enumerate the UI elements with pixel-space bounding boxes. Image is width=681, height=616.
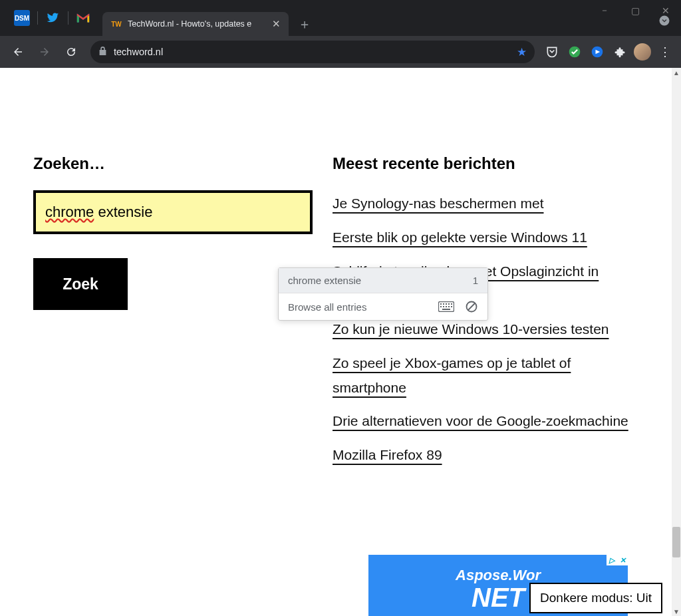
- post-link[interactable]: Je Synology-nas beschermen met: [333, 196, 544, 211]
- blue-extension-icon[interactable]: [588, 43, 607, 61]
- browser-toolbar: techword.nl ★ ⋮: [0, 36, 681, 68]
- dark-mode-label: Donkere modus:: [540, 591, 632, 605]
- pinned-tabs: DSM: [0, 0, 98, 36]
- list-item: Mozilla Firefox 89: [333, 443, 638, 468]
- profile-avatar[interactable]: [633, 43, 652, 61]
- autofill-suggestion[interactable]: chrome extensie 1: [279, 268, 487, 293]
- avatar-image: [634, 43, 651, 61]
- browser-titlebar: － ▢ ✕ DSM TW TechWord.nl - Howto's, upda…: [0, 0, 681, 36]
- pinned-tab-gmail[interactable]: [68, 6, 98, 30]
- url-text: techword.nl: [114, 47, 510, 57]
- tab-title: TechWord.nl - Howto's, updates e: [128, 19, 267, 29]
- active-tab[interactable]: TW TechWord.nl - Howto's, updates e ✕: [102, 12, 289, 36]
- dark-mode-state: Uit: [636, 591, 652, 605]
- svg-rect-5: [443, 303, 444, 305]
- list-item: Eerste blik op gelekte versie Windows 11: [333, 226, 638, 250]
- address-bar[interactable]: techword.nl ★: [90, 41, 535, 63]
- lock-icon: [98, 46, 107, 58]
- post-link[interactable]: Eerste blik op gelekte versie Windows 11: [333, 230, 587, 245]
- list-item: Je Synology-nas beschermen met: [333, 192, 638, 216]
- post-link[interactable]: Zo speel je Xbox-games op je tablet of s…: [333, 355, 571, 395]
- post-link[interactable]: Zo kun je nieuwe Windows 10-versies test…: [333, 321, 609, 337]
- minimize-button[interactable]: －: [589, 0, 620, 21]
- ad-close-icon[interactable]: ✕: [617, 555, 628, 565]
- scroll-down-arrow[interactable]: ▼: [672, 607, 681, 616]
- recent-posts-heading: Meest recente berichten: [333, 154, 638, 173]
- adchoices-info-icon[interactable]: ▷: [607, 555, 617, 565]
- reload-icon: [65, 46, 77, 58]
- pinned-tab-twitter[interactable]: [37, 6, 68, 30]
- search-heading: Zoeken…: [33, 154, 319, 173]
- svg-rect-6: [446, 303, 447, 305]
- extensions-puzzle-icon[interactable]: [611, 43, 629, 61]
- autofill-browse-row: Browse all entries: [279, 293, 487, 320]
- ad-line1: Aspose.Wor: [368, 567, 628, 584]
- svg-rect-9: [440, 306, 442, 307]
- reload-button[interactable]: [60, 41, 82, 63]
- svg-rect-8: [451, 303, 452, 305]
- list-item: Drie alternatieven voor de Google-zoekma…: [333, 409, 638, 434]
- tab-favicon: TW: [110, 18, 122, 30]
- svg-rect-4: [440, 303, 442, 305]
- back-button[interactable]: [7, 41, 29, 63]
- arrow-left-icon: [12, 46, 24, 58]
- pocket-extension-icon[interactable]: [543, 43, 561, 61]
- svg-rect-10: [443, 306, 444, 307]
- svg-rect-14: [442, 309, 450, 310]
- check-extension-icon[interactable]: [565, 43, 584, 61]
- svg-rect-11: [446, 306, 447, 307]
- search-input[interactable]: chrome extensie: [45, 204, 301, 221]
- scrollbar-thumb[interactable]: [672, 527, 680, 557]
- search-input-wrapper[interactable]: chrome extensie: [33, 190, 313, 234]
- svg-rect-12: [448, 306, 450, 307]
- window-controls: － ▢ ✕: [589, 0, 681, 21]
- forward-button[interactable]: [33, 41, 56, 63]
- autofill-suggestion-count: 1: [473, 275, 478, 286]
- post-link[interactable]: Mozilla Firefox 89: [333, 447, 442, 462]
- maximize-button[interactable]: ▢: [620, 0, 650, 21]
- pinned-tab-dsm[interactable]: DSM: [7, 6, 37, 30]
- list-item: Zo kun je nieuwe Windows 10-versies test…: [333, 317, 638, 342]
- autofill-browse-all[interactable]: Browse all entries: [288, 301, 366, 313]
- dark-mode-toggle[interactable]: Donkere modus: Uit: [529, 583, 662, 613]
- recent-posts-list: Je Synology-nas beschermen met Eerste bl…: [333, 192, 638, 468]
- bookmark-star-icon[interactable]: ★: [517, 45, 527, 59]
- search-section: Zoeken… chrome extensie Zoek: [33, 154, 319, 477]
- keyboard-icon[interactable]: [438, 301, 454, 312]
- svg-rect-7: [448, 303, 450, 305]
- vertical-scrollbar[interactable]: ▲ ▼: [672, 68, 681, 616]
- list-item: Zo speel je Xbox-games op je tablet of s…: [333, 351, 638, 400]
- autofill-suggestion-text: chrome extensie: [288, 275, 361, 286]
- twitter-icon: [46, 11, 59, 25]
- svg-rect-13: [451, 306, 452, 307]
- menu-button[interactable]: ⋮: [656, 43, 674, 61]
- arrow-right-icon: [39, 46, 51, 58]
- new-tab-button[interactable]: ＋: [294, 13, 315, 35]
- adchoices-controls: ▷ ✕: [607, 555, 628, 565]
- close-window-button[interactable]: ✕: [650, 0, 681, 21]
- search-button[interactable]: Zoek: [33, 258, 128, 310]
- tab-close-button[interactable]: ✕: [272, 18, 281, 30]
- autofill-dropdown: chrome extensie 1 Browse all entries: [278, 267, 488, 321]
- page-viewport: Zoeken… chrome extensie Zoek Meest recen…: [0, 68, 672, 616]
- gmail-icon: [76, 12, 90, 24]
- post-link[interactable]: Drie alternatieven voor de Google-zoekma…: [333, 413, 628, 428]
- block-icon[interactable]: [465, 300, 478, 313]
- svg-line-16: [468, 303, 475, 310]
- scroll-up-arrow[interactable]: ▲: [672, 68, 681, 77]
